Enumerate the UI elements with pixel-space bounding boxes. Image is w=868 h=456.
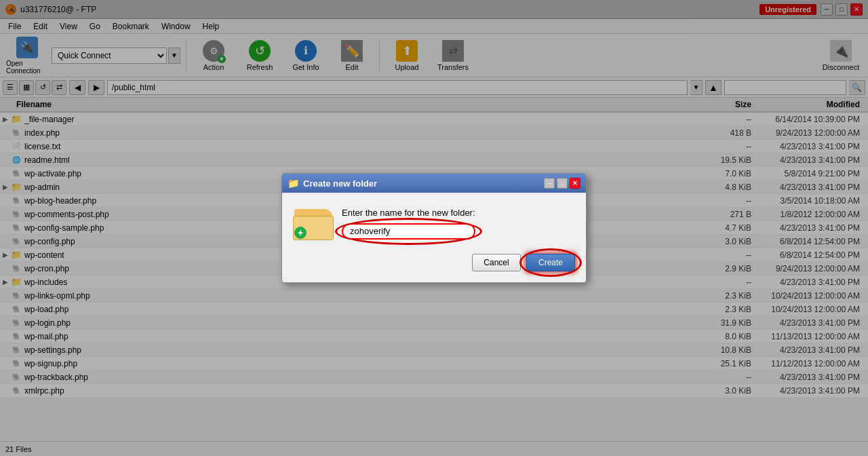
cancel-button[interactable]: Cancel (472, 254, 521, 271)
dialog-body: + Enter the name for the new folder: Can… (282, 193, 586, 282)
dialog-title: Create new folder (303, 178, 377, 189)
dialog-close-button[interactable]: ✕ (570, 178, 580, 189)
folder-plus-icon: + (294, 227, 307, 239)
create-folder-dialog: 📁 Create new folder ─ □ ✕ + Enter the na… (281, 173, 587, 283)
dialog-buttons: Cancel Create (293, 254, 575, 271)
folder-name-input[interactable] (342, 223, 475, 240)
dialog-title-bar: 📁 Create new folder ─ □ ✕ (282, 174, 586, 193)
dialog-minimize-button[interactable]: ─ (544, 178, 555, 189)
dialog-maximize-button[interactable]: □ (557, 178, 568, 189)
create-button[interactable]: Create (526, 254, 575, 271)
new-folder-icon: + (293, 206, 334, 240)
dialog-folder-row: + Enter the name for the new folder: (293, 206, 575, 240)
dialog-label: Enter the name for the new folder: (342, 208, 475, 218)
dialog-overlay: 📁 Create new folder ─ □ ✕ + Enter the na… (0, 0, 868, 456)
